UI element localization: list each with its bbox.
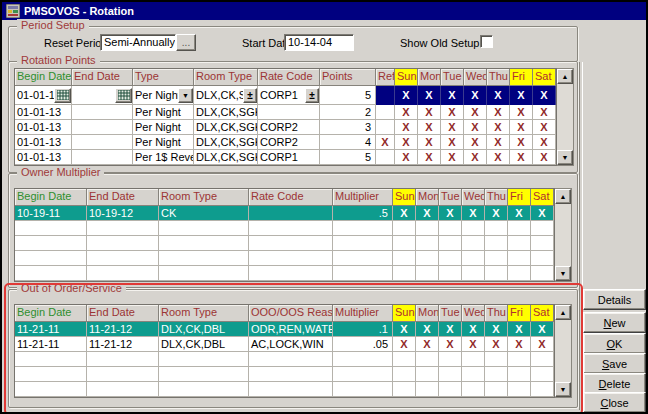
- type-cell[interactable]: Per Night ▼: [133, 86, 194, 105]
- room-type-lov-button[interactable]: ±: [243, 88, 257, 103]
- column-header-end-date: End Date: [72, 69, 133, 86]
- out-of-order-scrollbar[interactable]: ▲ ▼: [555, 304, 572, 398]
- scroll-down-icon[interactable]: ▼: [557, 150, 573, 165]
- column-header-ref-: Ref.: [376, 69, 395, 86]
- table-row[interactable]: 01-01-13Per NightDLX,CK,SGK,KC2XXXXXXX: [15, 105, 556, 120]
- table-row[interactable]: 01-01-13Per 1$ RevenuDLX,CK,SGK,KCCORP15…: [15, 150, 556, 165]
- reset-period-field[interactable]: Semi-Annually: [100, 34, 176, 51]
- table-row[interactable]: 01-01-13Per NightDLX,CK,SGK,KCCORP24XXXX…: [15, 135, 556, 150]
- cell: X: [464, 105, 487, 120]
- cell: [15, 221, 87, 236]
- cell: X: [462, 322, 485, 337]
- chevron-down-icon: ▼: [182, 92, 189, 99]
- table-header-row: Begin DateEnd DateTypeRoom TypeRate Code…: [15, 69, 556, 86]
- cell: [87, 382, 159, 397]
- cell: X: [508, 206, 531, 221]
- cell: X: [510, 150, 533, 165]
- table-row[interactable]: 11-21-1111-21-12DLX,CK,DBLAC,LOCK,WIN.05…: [15, 337, 554, 352]
- column-header-sat: Sat: [533, 69, 556, 86]
- cell: [249, 221, 333, 236]
- cell: [531, 352, 554, 367]
- day-cell-thu[interactable]: X: [487, 86, 510, 105]
- cell: DLX,CK,SGK,KC: [194, 150, 258, 165]
- list-of-values-icon: ±: [309, 90, 315, 101]
- cell: [416, 367, 439, 382]
- table-row[interactable]: [15, 367, 554, 382]
- start-date-field[interactable]: 10-14-04: [284, 34, 354, 51]
- scroll-up-icon[interactable]: ▲: [557, 69, 573, 84]
- table-row[interactable]: 10-19-1110-19-12CK.5XXXXXXX: [15, 206, 554, 221]
- cell: X: [487, 135, 510, 150]
- cell: [462, 266, 485, 281]
- scroll-down-icon[interactable]: ▼: [555, 266, 571, 281]
- save-button[interactable]: Save: [583, 353, 646, 374]
- close-button[interactable]: Close: [583, 392, 646, 413]
- column-header-sun: Sun: [393, 305, 416, 322]
- cell: [508, 221, 531, 236]
- column-header-tue: Tue: [439, 189, 462, 206]
- begin-date-calendar-button[interactable]: [54, 88, 71, 103]
- table-row[interactable]: [15, 221, 554, 236]
- table-row[interactable]: [15, 382, 554, 397]
- owner-multiplier-scrollbar[interactable]: ▲ ▼: [555, 188, 572, 282]
- cell: [416, 221, 439, 236]
- column-header-wed: Wed: [462, 305, 485, 322]
- cell: [439, 367, 462, 382]
- rate-code-value: CORP1: [258, 89, 298, 101]
- cell: [87, 367, 159, 382]
- cell: X: [416, 337, 439, 352]
- cell: [485, 251, 508, 266]
- rate-code-lov-button[interactable]: ±: [305, 88, 319, 103]
- room-type-cell[interactable]: DLX,CK,SGI ±: [194, 86, 258, 105]
- type-dropdown-button[interactable]: ▼: [178, 88, 193, 103]
- cell: [333, 221, 393, 236]
- show-old-setup-checkbox[interactable]: [480, 35, 493, 48]
- day-cell-tue[interactable]: X: [441, 86, 464, 105]
- table-header-row: Begin DateEnd DateRoom TypeOOO/OOS Reaso…: [15, 305, 554, 322]
- table-row[interactable]: 01-01-13Per NightDLX,CK,SGK,KCCORP23XXXX…: [15, 120, 556, 135]
- cell: [508, 236, 531, 251]
- cell: [249, 251, 333, 266]
- table-row[interactable]: [15, 352, 554, 367]
- begin-date-cell[interactable]: 01-01-13: [15, 86, 72, 105]
- table-row[interactable]: [15, 251, 554, 266]
- delete-button[interactable]: Delete: [583, 373, 646, 394]
- cell: [416, 352, 439, 367]
- title-bar[interactable]: PMSOVOS - Rotation: [2, 2, 646, 20]
- day-cell-fri[interactable]: X: [510, 86, 533, 105]
- new-button[interactable]: New: [583, 312, 646, 333]
- cell: [508, 382, 531, 397]
- cell: [72, 150, 133, 165]
- day-cell-mon[interactable]: X: [418, 86, 441, 105]
- end-date-cell[interactable]: [72, 86, 133, 105]
- cell: X: [531, 337, 554, 352]
- ok-button[interactable]: OK: [583, 333, 646, 354]
- day-cell-wed[interactable]: X: [464, 86, 487, 105]
- scroll-up-icon[interactable]: ▲: [555, 305, 571, 320]
- points-cell[interactable]: 5: [320, 86, 376, 105]
- end-date-calendar-button[interactable]: [115, 88, 132, 103]
- cell: [15, 236, 87, 251]
- cell: [159, 266, 249, 281]
- rotation-edit-row[interactable]: 01-01-13 Per Night ▼ DLX,CK,SGI ± CORP1: [15, 86, 556, 105]
- day-cell-sun[interactable]: X: [395, 86, 418, 105]
- rate-code-cell[interactable]: CORP1 ±: [258, 86, 320, 105]
- table-row[interactable]: [15, 266, 554, 281]
- cell: [462, 236, 485, 251]
- cell: Per Night: [133, 135, 194, 150]
- table-row[interactable]: 11-21-1111-21-12DLX,CK,DBLODR,REN,WATER.…: [15, 322, 554, 337]
- table-row[interactable]: [15, 236, 554, 251]
- column-header-tue: Tue: [441, 69, 464, 86]
- reset-period-browse-button[interactable]: ...: [176, 34, 196, 51]
- ref-cell[interactable]: [376, 86, 395, 105]
- cell: X: [416, 206, 439, 221]
- rotation-scrollbar[interactable]: ▲ ▼: [557, 68, 574, 166]
- details-button[interactable]: Details: [583, 289, 646, 310]
- scroll-up-icon[interactable]: ▲: [555, 189, 571, 204]
- scroll-down-icon[interactable]: ▼: [555, 382, 571, 397]
- cell: [439, 382, 462, 397]
- cell: [462, 352, 485, 367]
- day-cell-sat[interactable]: X: [533, 86, 556, 105]
- cell: 11-21-12: [87, 322, 159, 337]
- cell: [376, 120, 395, 135]
